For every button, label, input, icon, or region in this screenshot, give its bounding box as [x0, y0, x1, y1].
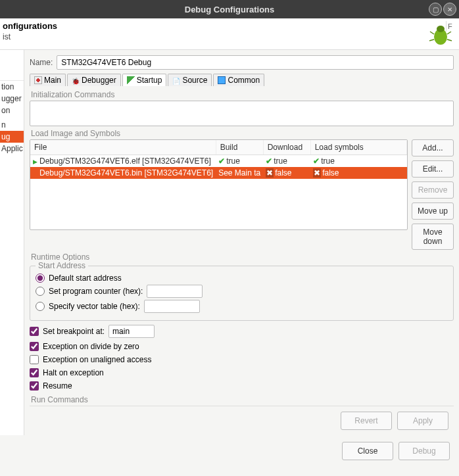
tree-item-selected[interactable]: ug — [0, 131, 24, 143]
breakpoint-check[interactable] — [30, 327, 39, 336]
tab-main[interactable]: Main — [30, 74, 66, 86]
main-icon — [34, 76, 42, 84]
window-controls: ▢ ✕ — [429, 3, 456, 16]
init-commands-box[interactable] — [30, 101, 454, 126]
col-load[interactable]: Load symbols — [310, 140, 406, 155]
dialog-header: onfigurations ist — [0, 18, 459, 50]
halt-label: Halt on exception — [43, 368, 104, 377]
apply-button: Apply — [397, 412, 448, 430]
remove-button: Remove — [412, 181, 454, 199]
start-address-label: Start Address — [36, 261, 88, 270]
init-commands-label: Initialization Commands — [31, 90, 454, 99]
play-icon — [33, 156, 39, 166]
tab-source[interactable]: Source — [168, 74, 212, 86]
header-title: onfigurations — [3, 21, 57, 31]
check-icon — [313, 156, 321, 166]
divzero-label: Exception on divide by zero — [43, 342, 139, 351]
x-icon — [266, 168, 275, 178]
x-icon — [313, 168, 322, 178]
pc-input[interactable] — [147, 285, 203, 298]
window-title: Debug Configurations — [185, 5, 275, 14]
breakpoint-input[interactable] — [109, 325, 155, 338]
svg-line-3 — [447, 32, 451, 34]
divzero-check[interactable] — [30, 342, 39, 351]
config-tree[interactable]: tion ugger on n ug Applic — [0, 50, 24, 435]
tree-item[interactable]: n — [0, 119, 24, 131]
svg-line-2 — [430, 32, 434, 34]
start-address-group: Start Address Default start address Set … — [30, 266, 454, 321]
resume-check[interactable] — [30, 381, 39, 391]
vt-radio[interactable] — [36, 302, 45, 311]
table-row-selected[interactable]: Debug/STM32G474VET6.bin [STM32G474VET6] … — [30, 167, 407, 179]
unaligned-label: Exception on unaligned access — [43, 355, 151, 364]
close-window-button[interactable]: ✕ — [443, 3, 456, 16]
check-icon — [218, 156, 226, 166]
vt-label: Specify vector table (hex): — [49, 302, 140, 311]
tab-common[interactable]: Common — [213, 74, 264, 86]
svg-line-5 — [447, 39, 452, 41]
default-start-radio[interactable] — [36, 274, 45, 283]
titlebar: Debug Configurations ▢ ✕ — [0, 0, 459, 18]
header-subtitle: ist — [3, 32, 57, 41]
background-panel: F — [446, 21, 459, 32]
minimize-button[interactable]: ▢ — [429, 3, 442, 16]
tab-bar: Main Debugger Startup Source Common — [30, 74, 454, 86]
add-button[interactable]: Add... — [412, 139, 454, 156]
halt-check[interactable] — [30, 368, 39, 377]
run-commands-label: Run Commands — [31, 395, 454, 404]
breakpoint-label: Set breakpoint at: — [43, 327, 105, 336]
resume-label: Resume — [43, 381, 72, 391]
svg-point-1 — [437, 26, 445, 32]
col-build[interactable]: Build — [216, 140, 263, 155]
tab-debugger[interactable]: Debugger — [67, 74, 121, 86]
runtime-label: Runtime Options — [31, 252, 454, 262]
move-down-button[interactable]: Move down — [412, 224, 454, 250]
tree-item[interactable]: ugger — [0, 93, 24, 105]
table-row[interactable]: Debug/STM32G474VET6.elf [STM32G474VET6] … — [30, 155, 407, 168]
revert-button: Revert — [341, 412, 392, 430]
name-input[interactable] — [57, 55, 454, 70]
pc-radio[interactable] — [36, 287, 45, 296]
pc-label: Set program counter (hex): — [49, 287, 143, 296]
tree-item[interactable]: Applic — [0, 143, 24, 155]
common-icon — [218, 76, 226, 84]
startup-icon — [127, 76, 135, 84]
check-icon — [266, 156, 274, 166]
move-up-button[interactable]: Move up — [412, 202, 454, 220]
name-label: Name: — [30, 58, 53, 67]
col-download[interactable]: Download — [263, 140, 310, 155]
debug-button: Debug — [399, 442, 450, 460]
default-start-label: Default start address — [49, 274, 122, 283]
col-file[interactable]: File — [30, 140, 216, 155]
tree-item[interactable]: on — [0, 105, 24, 116]
unaligned-check[interactable] — [30, 355, 39, 364]
close-button[interactable]: Close — [342, 442, 393, 460]
edit-button[interactable]: Edit... — [412, 160, 454, 178]
tab-startup[interactable]: Startup — [122, 74, 167, 86]
debugger-icon — [72, 76, 80, 84]
tree-toolbar[interactable] — [0, 66, 24, 81]
tree-item[interactable]: tion — [0, 81, 24, 93]
load-symbols-label: Load Image and Symbols — [31, 129, 454, 138]
svg-line-4 — [429, 39, 434, 41]
vt-input[interactable] — [144, 300, 200, 313]
source-icon — [172, 76, 180, 84]
symbols-table[interactable]: File Build Download Load symbols Debug/S… — [30, 139, 408, 230]
